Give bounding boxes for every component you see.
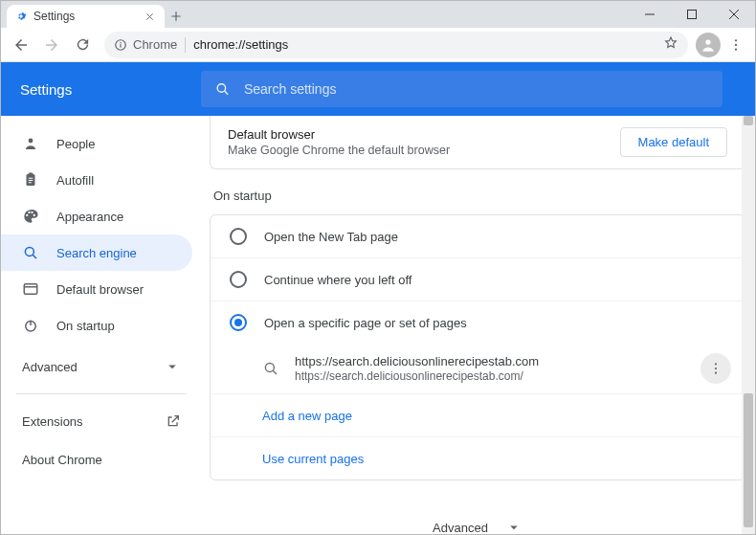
radio-icon <box>230 228 247 245</box>
startup-option-newtab[interactable]: Open the New Tab page <box>211 215 745 258</box>
bookmark-star-icon[interactable] <box>663 35 678 55</box>
sidebar-item-default-browser[interactable]: Default browser <box>1 271 192 307</box>
svg-rect-15 <box>29 182 32 183</box>
make-default-button[interactable]: Make default <box>620 127 727 157</box>
reload-button[interactable] <box>68 31 97 59</box>
sidebar-extensions[interactable]: Extensions <box>1 402 202 440</box>
svg-rect-17 <box>24 284 37 295</box>
default-browser-card: Default browser Make Google Chrome the d… <box>210 116 745 169</box>
svg-point-9 <box>217 84 225 92</box>
close-tab-icon[interactable] <box>144 11 155 22</box>
svg-point-21 <box>715 368 717 369</box>
sidebar-item-label: Default browser <box>56 282 144 297</box>
profile-avatar[interactable] <box>696 33 721 57</box>
radio-label: Continue where you left off <box>264 273 411 287</box>
back-button[interactable] <box>7 31 35 59</box>
sidebar-item-label: On startup <box>56 319 115 333</box>
sidebar-advanced-toggle[interactable]: Advanced <box>1 347 202 386</box>
sidebar-item-on-startup[interactable]: On startup <box>1 307 192 344</box>
sidebar-item-people[interactable]: People <box>1 125 192 162</box>
svg-rect-14 <box>29 180 33 181</box>
radio-label: Open a specific page or set of pages <box>264 316 467 330</box>
settings-sidebar: People Autofill Appearance Search engine… <box>1 116 202 534</box>
add-new-page-link[interactable]: Add a new page <box>262 409 352 423</box>
sidebar-item-label: Appearance <box>56 210 123 224</box>
startup-page-url: https://search.deliciousonlinerecipestab… <box>295 369 685 383</box>
kebab-icon <box>708 361 723 376</box>
svg-point-3 <box>120 41 122 43</box>
startup-page-entry: https://search.deliciousonlinerecipestab… <box>211 344 745 393</box>
svg-rect-4 <box>120 44 121 48</box>
tab-title: Settings <box>33 10 75 23</box>
palette-icon <box>22 208 39 225</box>
radio-label: Open the New Tab page <box>264 230 398 244</box>
on-startup-card: Open the New Tab page Continue where you… <box>210 214 745 480</box>
new-tab-button[interactable] <box>165 5 188 28</box>
svg-point-16 <box>25 247 33 256</box>
power-icon <box>22 317 39 334</box>
chevron-down-icon <box>505 519 523 534</box>
sidebar-item-search-engine[interactable]: Search engine <box>1 234 192 271</box>
sidebar-item-label: Search engine <box>56 246 137 260</box>
settings-header: Settings <box>1 62 755 116</box>
startup-option-specific[interactable]: Open a specific page or set of pages <box>211 301 745 344</box>
svg-point-10 <box>29 139 33 144</box>
use-current-pages-link[interactable]: Use current pages <box>262 452 364 466</box>
vertical-scrollbar[interactable] <box>742 116 755 534</box>
sidebar-item-label: People <box>56 137 95 151</box>
chevron-down-icon <box>164 358 181 375</box>
browser-icon <box>22 280 39 298</box>
address-bar[interactable]: Chrome chrome://settings <box>104 32 688 58</box>
advanced-footer-label: Advanced <box>433 521 488 535</box>
add-new-page-row: Add a new page <box>211 393 745 436</box>
svg-point-19 <box>265 363 274 371</box>
svg-rect-1 <box>688 11 697 19</box>
search-icon <box>214 80 231 98</box>
radio-icon <box>230 271 247 288</box>
sidebar-item-autofill[interactable]: Autofill <box>1 162 192 198</box>
svg-rect-13 <box>29 178 33 179</box>
person-icon <box>22 135 39 152</box>
about-label: About Chrome <box>22 453 102 467</box>
scroll-arrow-up[interactable] <box>744 116 753 125</box>
extensions-label: Extensions <box>22 414 83 429</box>
search-icon <box>22 244 39 261</box>
kebab-menu-button[interactable] <box>723 37 749 53</box>
startup-option-continue[interactable]: Continue where you left off <box>211 258 745 301</box>
search-icon <box>262 360 279 377</box>
on-startup-section-title: On startup <box>213 189 745 203</box>
search-input[interactable] <box>244 81 709 97</box>
page-title: Settings <box>20 81 188 98</box>
sidebar-about-chrome[interactable]: About Chrome <box>1 440 202 479</box>
sidebar-divider <box>16 393 187 394</box>
default-browser-sub: Make Google Chrome the default browser <box>228 144 609 157</box>
settings-search[interactable] <box>201 71 723 107</box>
use-current-pages-row: Use current pages <box>211 436 745 479</box>
omnibox-chip-text: Chrome <box>133 37 177 52</box>
browser-titlebar: Settings <box>1 1 755 28</box>
startup-page-title: https://search.deliciousonlinerecipestab… <box>295 354 685 368</box>
browser-toolbar: Chrome chrome://settings <box>1 28 755 62</box>
advanced-footer-toggle[interactable]: Advanced <box>210 500 745 534</box>
page-entry-more-button[interactable] <box>700 353 731 384</box>
browser-tab[interactable]: Settings <box>7 5 165 28</box>
window-minimize-button[interactable] <box>629 1 671 28</box>
forward-button[interactable] <box>37 31 66 59</box>
default-browser-title: Default browser <box>228 127 609 142</box>
svg-rect-12 <box>29 173 33 176</box>
svg-point-8 <box>735 48 737 50</box>
svg-point-5 <box>705 39 710 44</box>
clipboard-icon <box>22 171 39 189</box>
security-chip: Chrome <box>114 37 177 52</box>
window-maximize-button[interactable] <box>671 1 713 28</box>
svg-point-20 <box>715 363 717 365</box>
scroll-thumb[interactable] <box>744 393 753 527</box>
window-close-button[interactable] <box>713 1 755 28</box>
advanced-label: Advanced <box>22 360 78 374</box>
gear-icon <box>14 10 28 23</box>
settings-main: Default browser Make Google Chrome the d… <box>202 116 755 534</box>
svg-point-6 <box>735 39 737 41</box>
sidebar-item-label: Autofill <box>56 173 94 188</box>
svg-point-7 <box>735 43 737 45</box>
sidebar-item-appearance[interactable]: Appearance <box>1 198 192 234</box>
